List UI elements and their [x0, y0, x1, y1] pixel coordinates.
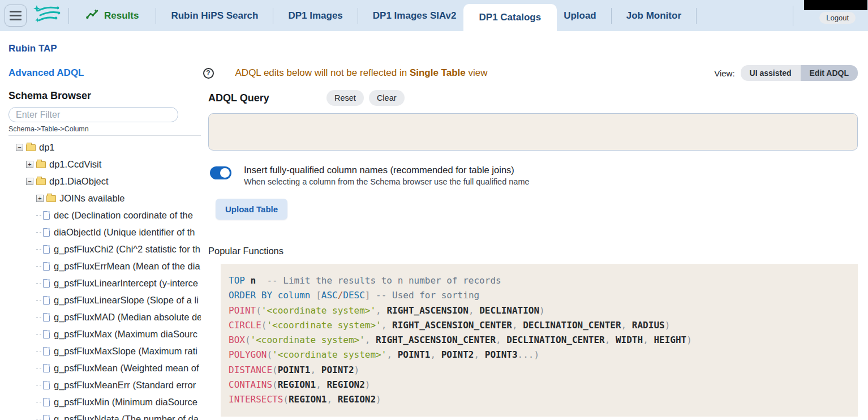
nav-divider — [156, 8, 156, 24]
tree-item-label: g_psfFluxMeanErr (Standard error — [54, 380, 196, 391]
tab-rubin-hips-search[interactable]: Rubin HiPS Search — [164, 10, 265, 22]
tree-connector — [36, 300, 41, 301]
collapse-icon[interactable]: − — [26, 178, 33, 185]
tree-item-label: g_psfFluxMAD (Median absolute de — [54, 312, 201, 323]
tree-column-row[interactable]: g_psfFluxMeanErr (Standard error — [8, 376, 201, 393]
tree-item-label: dp1.CcdVisit — [49, 159, 101, 170]
code-line: CIRCLE('<coordinate system>', RIGHT_ASCE… — [229, 318, 851, 333]
tree-column-row[interactable]: g_psfFluxNdata (The number of da — [8, 410, 201, 420]
tab-results-label: Results — [104, 10, 139, 22]
upload-table-button[interactable]: Upload Table — [216, 199, 287, 220]
column-doc-icon — [43, 262, 50, 271]
column-doc-icon — [43, 245, 50, 254]
help-icon[interactable]: ? — [203, 68, 214, 79]
tree-column-row[interactable]: g_psfFluxMAD (Median absolute de — [8, 308, 201, 325]
tree-folder-row[interactable]: −dp1.DiaObject — [8, 173, 201, 190]
tab-dp1-images-siav2[interactable]: DP1 Images SIAv2 — [366, 10, 463, 22]
tab-upload[interactable]: Upload — [557, 10, 603, 22]
collapse-icon[interactable]: − — [16, 144, 23, 151]
tree-connector — [36, 368, 41, 368]
clear-button[interactable]: Clear — [369, 90, 405, 106]
adql-query-textarea[interactable] — [208, 113, 858, 151]
schema-tree: −dp1+dp1.CcdVisit−dp1.DiaObject+JOINs av… — [8, 139, 201, 420]
tab-results[interactable]: Results — [77, 8, 148, 23]
tree-column-row[interactable]: dec (Declination coordinate of the — [8, 207, 201, 224]
tree-item-label: g_psfFluxNdata (The number of da — [54, 414, 199, 420]
tree-item-label: g_psfFluxMean (Weighted mean of — [54, 363, 199, 374]
tree-connector — [36, 317, 41, 318]
adql-header-row: ADQL Query Reset Clear — [208, 90, 858, 106]
tab-dp1-images[interactable]: DP1 Images — [281, 10, 349, 22]
tree-column-row[interactable]: g_psfFluxErrMean (Mean of the dia — [8, 258, 201, 275]
tree-column-row[interactable]: g_psfFluxLinearSlope (Slope of a li — [8, 292, 201, 308]
schema-filter-input[interactable] — [8, 107, 178, 122]
view-edit-adql-button[interactable]: Edit ADQL — [801, 65, 858, 81]
nav-divider — [611, 8, 612, 24]
column-doc-icon — [43, 415, 50, 420]
tree-connector — [36, 402, 41, 402]
advanced-adql-link[interactable]: Advanced ADQL — [8, 67, 84, 79]
tree-column-row[interactable]: g_psfFluxChi2 (Chi^2 statistic for th — [8, 241, 201, 258]
tree-item-label: g_psfFluxLinearSlope (Slope of a li — [54, 295, 199, 306]
code-line: BOX('<coordinate system>', RIGHT_ASCENSI… — [229, 333, 851, 348]
tree-item-label: dp1.DiaObject — [49, 176, 109, 187]
column-doc-icon — [43, 211, 50, 220]
expand-icon[interactable]: + — [36, 195, 44, 202]
hamburger-menu-button[interactable] — [5, 5, 27, 27]
tree-column-row[interactable]: g_psfFluxMean (Weighted mean of — [8, 359, 201, 376]
tree-connector — [36, 283, 41, 284]
tree-column-row[interactable]: g_psfFluxMin (Minimum diaSource — [8, 393, 201, 410]
page-title: Rubin TAP — [8, 43, 858, 54]
schema-browser-panel: Schema Browser Schema->Table->Column −dp… — [8, 90, 201, 420]
view-ui-assisted-button[interactable]: UI assisted — [741, 65, 801, 81]
column-doc-icon — [43, 313, 50, 322]
tree-item-label: g_psfFluxChi2 (Chi^2 statistic for th — [54, 244, 200, 255]
top-navigation: Results Rubin HiPS Search DP1 Images DP1… — [0, 0, 868, 31]
tree-connector — [36, 419, 41, 419]
code-line: POLYGON('<coordinate system>', POINT1, P… — [229, 348, 851, 362]
tab-dp1-catalogs[interactable]: DP1 Catalogs — [463, 4, 557, 31]
nav-divider — [696, 8, 697, 24]
popular-functions-title: Popular Functions — [208, 246, 858, 256]
tree-item-label: dec (Declination coordinate of the — [54, 210, 193, 221]
adql-panel: ADQL Query Reset Clear Insert fully-qual… — [208, 90, 858, 420]
folder-icon — [36, 161, 46, 168]
tab-job-monitor[interactable]: Job Monitor — [620, 10, 688, 22]
column-doc-icon — [43, 228, 50, 237]
column-doc-icon — [43, 347, 50, 355]
tree-item-label: g_psfFluxMin (Minimum diaSource — [54, 397, 197, 408]
fully-qualified-toggle[interactable] — [210, 166, 231, 179]
redacted-username — [804, 0, 867, 10]
tree-connector — [36, 351, 41, 352]
tree-folder-row[interactable]: −dp1 — [8, 139, 201, 156]
folder-icon — [46, 195, 56, 202]
code-line: INTERSECTS(REGION1, REGION2) — [229, 392, 851, 407]
tree-column-row[interactable]: g_psfFluxMax (Maximum diaSourc — [8, 325, 201, 342]
tree-item-label: g_psfFluxErrMean (Mean of the dia — [54, 261, 200, 272]
column-doc-icon — [43, 279, 50, 288]
column-doc-icon — [43, 330, 50, 338]
firefly-logo-icon — [33, 4, 61, 28]
adql-edit-notice: ADQL edits below will not be reflected i… — [235, 67, 488, 79]
reset-button[interactable]: Reset — [326, 90, 364, 106]
schema-browser-title: Schema Browser — [8, 90, 201, 102]
expand-icon[interactable]: + — [26, 161, 33, 168]
code-line: CONTAINS(REGION1, REGION2) — [229, 378, 851, 392]
tree-column-row[interactable]: g_psfFluxLinearIntercept (y-interce — [8, 275, 201, 292]
logout-button[interactable]: Logout — [819, 12, 856, 24]
toggle-sublabel: When selecting a column from the Schema … — [244, 177, 530, 186]
tree-item-label: JOINs available — [59, 193, 125, 204]
tree-connector — [36, 249, 41, 250]
nav-divider — [358, 8, 358, 24]
tree-folder-row[interactable]: +JOINs available — [8, 190, 201, 207]
code-line: DISTANCE(POINT1, POINT2) — [229, 363, 851, 378]
folder-icon — [26, 144, 36, 151]
tree-folder-row[interactable]: +dp1.CcdVisit — [8, 156, 201, 173]
popular-functions-code: TOP n -- Limit the results to n number o… — [221, 264, 858, 417]
nav-divider — [273, 8, 273, 24]
tree-column-row[interactable]: g_psfFluxMaxSlope (Maximum rati — [8, 342, 201, 359]
column-doc-icon — [43, 381, 50, 389]
tree-column-row[interactable]: diaObjectId (Unique identifier of th — [8, 224, 201, 241]
folder-icon — [36, 178, 46, 185]
adql-query-title: ADQL Query — [208, 92, 326, 104]
